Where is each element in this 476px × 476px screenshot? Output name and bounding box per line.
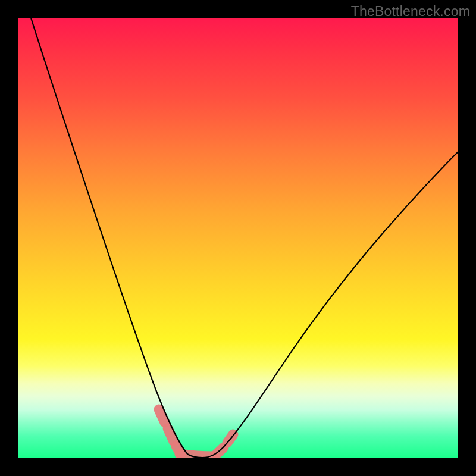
left-curve xyxy=(31,18,202,458)
right-curve xyxy=(202,152,458,458)
chart-svg xyxy=(18,18,458,458)
watermark-text: TheBottleneck.com xyxy=(351,4,470,20)
chart-background xyxy=(18,18,458,458)
highlight-left-3 xyxy=(176,446,181,454)
